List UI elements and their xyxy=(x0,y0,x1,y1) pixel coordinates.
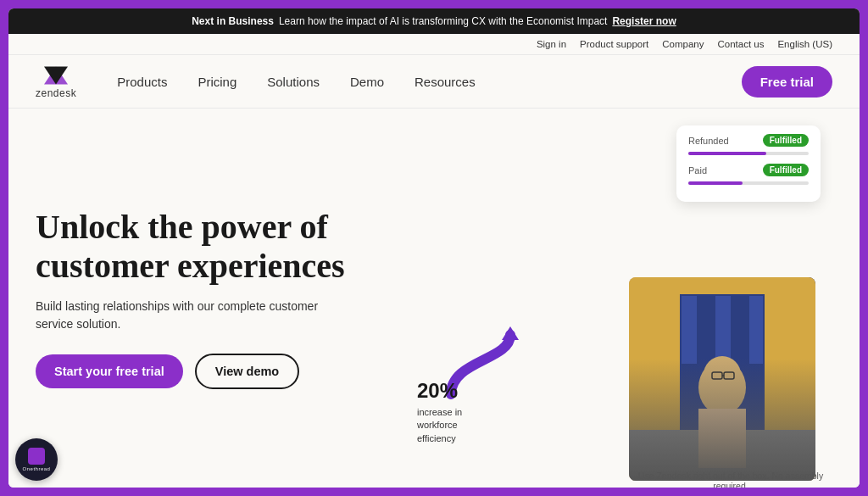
stat-label: increase in workforce efficiency xyxy=(417,406,493,445)
hero-headline: Unlock the power of customer experiences xyxy=(36,208,392,286)
product-support-link[interactable]: Product support xyxy=(580,39,648,49)
hero-caption: Use Zendesk right out of the box. No ass… xyxy=(629,471,832,488)
badge-fulfilled-1: Fulfilled xyxy=(763,134,809,147)
badge-fulfilled-2: Fulfilled xyxy=(763,164,809,176)
status-card: Refunded Fulfilled Paid Fulfilled xyxy=(676,125,821,202)
nav-demo[interactable]: Demo xyxy=(350,75,384,89)
announcement-label: Next in Business xyxy=(192,15,274,27)
stat-box: 20% increase in workforce efficiency xyxy=(417,365,493,445)
status-bar-fill-1 xyxy=(688,152,766,155)
stat-number: 20% xyxy=(417,365,493,406)
nav-resources[interactable]: Resources xyxy=(415,75,476,89)
status-label-refunded: Refunded xyxy=(688,136,729,146)
free-trial-button[interactable]: Free trial xyxy=(742,66,832,98)
announcement-message: Learn how the impact of AI is transformi… xyxy=(279,15,608,27)
hero-subtext: Build lasting relationships with our com… xyxy=(36,298,324,333)
stat-symbol: % xyxy=(440,379,458,402)
nav-pricing[interactable]: Pricing xyxy=(198,75,236,89)
nav-solutions[interactable]: Solutions xyxy=(267,75,320,89)
utility-nav: Sign in Product support Company Contact … xyxy=(8,34,860,55)
svg-rect-3 xyxy=(682,296,697,364)
onethread-icon xyxy=(28,448,45,465)
onethread-label: Onethread xyxy=(23,466,51,471)
hero-right: 20% increase in workforce efficiency xyxy=(392,109,832,488)
hero-left: Unlock the power of customer experiences… xyxy=(36,109,392,488)
view-demo-button[interactable]: View demo xyxy=(195,354,299,389)
onethread-badge[interactable]: Onethread xyxy=(15,438,58,481)
company-link[interactable]: Company xyxy=(662,39,704,49)
svg-point-9 xyxy=(698,360,746,415)
page-frame: Next in Business Learn how the impact of… xyxy=(7,7,861,489)
svg-rect-6 xyxy=(732,296,748,364)
nav-products[interactable]: Products xyxy=(117,75,167,89)
zendesk-logo-icon xyxy=(41,64,71,87)
nav-links: Products Pricing Solutions Demo Resource… xyxy=(117,75,741,89)
status-bar-2 xyxy=(688,181,809,185)
svg-rect-13 xyxy=(724,372,734,379)
status-row-2: Paid Fulfilled xyxy=(688,164,809,176)
status-row-1: Refunded Fulfilled xyxy=(688,134,809,147)
logo[interactable]: zendesk xyxy=(36,64,76,99)
svg-point-11 xyxy=(704,356,741,393)
hero-section: Unlock the power of customer experiences… xyxy=(8,109,860,488)
register-link[interactable]: Register now xyxy=(612,15,676,27)
svg-rect-5 xyxy=(715,296,731,364)
svg-rect-4 xyxy=(698,296,714,364)
announcement-bar: Next in Business Learn how the impact of… xyxy=(8,8,860,34)
svg-rect-12 xyxy=(712,372,722,379)
svg-rect-7 xyxy=(749,296,763,364)
status-bar-1 xyxy=(688,152,809,155)
svg-rect-10 xyxy=(698,409,746,468)
status-label-paid: Paid xyxy=(688,165,707,176)
main-nav: zendesk Products Pricing Solutions Demo … xyxy=(8,55,860,109)
hero-buttons: Start your free trial View demo xyxy=(36,354,392,389)
hero-person-image xyxy=(629,277,815,481)
signin-link[interactable]: Sign in xyxy=(537,39,566,49)
logo-text: zendesk xyxy=(36,87,76,99)
start-trial-button[interactable]: Start your free trial xyxy=(36,354,183,388)
contact-link[interactable]: Contact us xyxy=(717,39,764,49)
status-bar-fill-2 xyxy=(688,181,743,185)
language-link[interactable]: English (US) xyxy=(777,39,832,49)
svg-marker-0 xyxy=(502,326,519,340)
